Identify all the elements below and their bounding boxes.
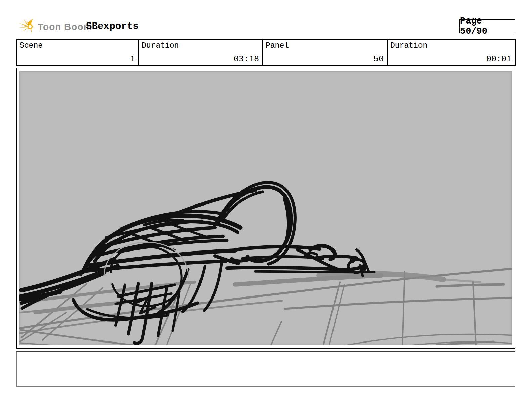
info-cell-panel: Panel 50 — [263, 40, 388, 65]
document-title: SBexports — [86, 21, 139, 32]
page-number-box: Page 50/90 — [459, 19, 515, 33]
info-cell-scene-duration: Duration 03:18 — [139, 40, 263, 65]
panel-value: 50 — [373, 54, 384, 64]
panel-info-row: Scene 1 Duration 03:18 Panel 50 Duration… — [16, 39, 516, 66]
info-cell-scene: Scene 1 — [17, 40, 139, 65]
scene-duration-label: Duration — [142, 41, 179, 50]
panel-duration-label: Duration — [390, 41, 427, 50]
panel-duration-value: 00:01 — [486, 54, 512, 64]
storyboard-sketch — [19, 71, 512, 345]
panel-label: Panel — [266, 41, 289, 50]
logo-wordmark: Toon Boom — [38, 21, 92, 32]
storyboard-panel-image — [19, 71, 512, 345]
storyboard-export-page: Toon Boom SBexports Page 50/90 Scene 1 D… — [0, 0, 532, 411]
storyboard-panel-frame — [16, 68, 515, 349]
info-cell-panel-duration: Duration 00:01 — [388, 40, 515, 65]
page-number-label: Page 50/90 — [460, 16, 515, 36]
scene-value: 1 — [130, 54, 135, 64]
scene-label: Scene — [19, 41, 43, 50]
scene-duration-value: 03:18 — [234, 54, 259, 64]
toonboom-starburst-icon — [19, 18, 36, 36]
caption-box — [16, 351, 515, 387]
